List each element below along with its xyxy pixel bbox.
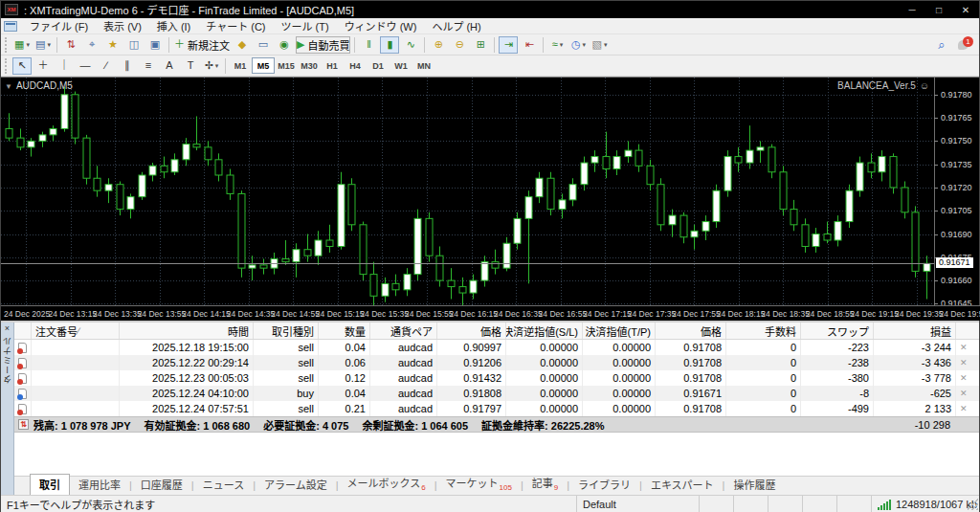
timeframe-w1-button[interactable]: W1 xyxy=(390,57,412,74)
toolbar-grip[interactable] xyxy=(5,58,10,74)
chart-area[interactable]: ▼AUDCAD,M5 BALANCEA_Ver.5☺ 0.917800.9176… xyxy=(1,77,979,321)
column-header-5[interactable]: 通貨ペア xyxy=(370,323,437,339)
trendline-tool-button[interactable]: ∕ xyxy=(97,57,116,75)
cell-close[interactable]: ✕ xyxy=(956,386,979,401)
shapes-tool-button[interactable]: ✢▾ xyxy=(202,57,221,75)
column-header-2[interactable]: 時間 xyxy=(120,323,254,339)
text-label-tool-button[interactable]: T xyxy=(181,57,200,75)
timeframe-m1-button[interactable]: M1 xyxy=(229,57,252,74)
timeframe-m5-button[interactable]: M5 xyxy=(252,57,275,74)
terminal-close-icon[interactable]: × xyxy=(5,323,10,336)
table-row[interactable]: 2025.12.22 00:29:14sell0.06audcad0.91206… xyxy=(14,355,979,370)
crosshair-tool-button[interactable]: ＋ xyxy=(33,57,53,75)
column-header-12[interactable]: 損益 xyxy=(874,323,956,339)
column-header-11[interactable]: スワップ xyxy=(801,323,874,339)
vertical-line-tool-button[interactable]: ｜ xyxy=(55,57,74,75)
text-tool-button[interactable]: A xyxy=(160,57,179,75)
column-header-0[interactable] xyxy=(14,323,32,339)
tab-マーケット[interactable]: マーケット105 xyxy=(437,473,521,495)
menu-item-0[interactable]: ファイル (F) xyxy=(22,17,96,34)
close-position-icon[interactable]: ✕ xyxy=(960,389,968,398)
candlestick-mode-button[interactable]: ▮ xyxy=(380,36,399,54)
column-header-1[interactable]: 注文番号 ∕ xyxy=(32,323,120,339)
table-row[interactable]: 2025.12.18 19:15:00sell0.04audcad0.90997… xyxy=(14,340,979,355)
equidistant-channel-tool-button[interactable]: ∥ xyxy=(118,57,137,75)
column-header-7[interactable]: 決済逆指値(S/L) xyxy=(506,323,583,339)
menu-item-2[interactable]: 挿入 (I) xyxy=(149,17,198,34)
collapse-icon[interactable]: ▼ xyxy=(5,82,12,91)
mql5-community-button[interactable]: ◆ xyxy=(233,36,252,54)
timeframe-mn-button[interactable]: MN xyxy=(412,57,435,74)
cell-close[interactable]: ✕ xyxy=(956,340,979,355)
column-header-6[interactable]: 価格 xyxy=(437,323,506,339)
data-window-button[interactable]: ⌖ xyxy=(82,36,101,54)
close-position-icon[interactable]: ✕ xyxy=(960,404,968,413)
column-header-3[interactable]: 取引種別 xyxy=(254,323,319,339)
resize-grip[interactable] xyxy=(967,499,978,510)
zoom-out-button[interactable]: ⊖ xyxy=(450,36,469,54)
menu-item-4[interactable]: ツール (T) xyxy=(274,17,337,34)
menu-item-1[interactable]: 表示 (V) xyxy=(96,17,149,34)
new-order-button[interactable]: ＋新規注文 xyxy=(173,36,231,54)
maximize-button[interactable]: □ xyxy=(925,1,952,18)
new-chart-button[interactable]: ▦▾ xyxy=(12,36,32,54)
strategy-tester-button[interactable]: ▣ xyxy=(145,36,165,54)
line-chart-mode-button[interactable]: ∿ xyxy=(401,36,420,54)
menu-item-6[interactable]: ヘルプ (H) xyxy=(424,17,488,34)
menu-item-5[interactable]: ウィンドウ (W) xyxy=(337,17,425,34)
balance-icon[interactable]: ⇅ xyxy=(18,419,29,430)
status-profile[interactable]: Default xyxy=(577,496,700,512)
tab-取引[interactable]: 取引 xyxy=(30,474,70,495)
indicators-button[interactable]: ≈▾ xyxy=(547,36,567,54)
time-axis[interactable]: 24 Dec 202524 Dec 13:1524 Dec 13:3524 De… xyxy=(1,305,980,321)
chart-window-icon[interactable] xyxy=(4,21,17,32)
horizontal-line-tool-button[interactable]: — xyxy=(76,57,95,75)
column-header-13[interactable] xyxy=(956,323,979,339)
column-header-10[interactable]: 手数料 xyxy=(726,323,801,339)
tab-記事[interactable]: 記事9 xyxy=(523,473,567,495)
metaeditor-button[interactable]: ▭ xyxy=(254,36,273,54)
navigator-button[interactable]: ★ xyxy=(103,36,122,54)
templates-button[interactable]: ▧▾ xyxy=(590,36,609,54)
cell-close[interactable]: ✕ xyxy=(956,370,979,386)
autotrading-button[interactable]: ▶自動売買 xyxy=(296,36,350,54)
fibonacci-retracement-tool-button[interactable]: ≡ xyxy=(139,57,158,75)
tab-操作履歴[interactable]: 操作履歴 xyxy=(724,475,784,495)
tab-運用比率[interactable]: 運用比率 xyxy=(70,475,129,495)
minimize-button[interactable]: ─ xyxy=(899,1,925,18)
close-position-icon[interactable]: ✕ xyxy=(960,373,968,383)
periods-button[interactable]: ◷▾ xyxy=(568,36,588,54)
tab-メールボックス[interactable]: メールボックス6 xyxy=(339,473,434,495)
menu-item-3[interactable]: チャート (C) xyxy=(198,17,273,34)
tab-ニュース[interactable]: ニュース xyxy=(194,475,253,495)
terminal-window-button[interactable]: ◫ xyxy=(124,36,144,54)
close-position-icon[interactable]: ✕ xyxy=(960,358,968,367)
profiles-button[interactable]: ▤▾ xyxy=(33,36,53,54)
tab-口座履歴[interactable]: 口座履歴 xyxy=(132,475,191,495)
table-row[interactable]: 2025.12.24 04:10:00buy0.04audcad0.918080… xyxy=(14,386,979,401)
chart-shift-button[interactable]: ⇤ xyxy=(520,36,539,54)
notifications-icon[interactable]: 1 xyxy=(952,36,973,54)
auto-scroll-button[interactable]: ⇥ xyxy=(499,36,518,54)
candlestick-chart[interactable] xyxy=(1,78,936,306)
tab-エキスパート[interactable]: エキスパート xyxy=(642,475,723,495)
cell-close[interactable]: ✕ xyxy=(956,401,979,416)
column-header-4[interactable]: 数量 xyxy=(319,323,370,339)
bar-chart-mode-button[interactable]: ‖ xyxy=(359,36,378,54)
tab-ライブラリ[interactable]: ライブラリ xyxy=(569,475,639,495)
timeframe-h4-button[interactable]: H4 xyxy=(344,57,367,74)
timeframe-d1-button[interactable]: D1 xyxy=(367,57,390,74)
search-icon[interactable]: ⌕ xyxy=(932,36,951,54)
web-terminal-button[interactable]: ◉ xyxy=(275,36,294,54)
column-header-8[interactable]: 決済指値(T/P) xyxy=(583,323,656,339)
market-watch-button[interactable]: ⇅ xyxy=(61,36,80,54)
close-button[interactable]: ✕ xyxy=(952,1,979,18)
column-header-9[interactable]: 価格 xyxy=(656,323,726,339)
timeframe-m15-button[interactable]: M15 xyxy=(275,57,298,74)
cell-close[interactable]: ✕ xyxy=(956,355,979,370)
table-row[interactable]: 2025.12.24 07:57:51sell0.21audcad0.91797… xyxy=(14,401,979,416)
price-axis[interactable]: 0.917800.917650.917500.917350.917200.917… xyxy=(934,78,979,306)
toolbar-grip[interactable] xyxy=(5,37,10,53)
zoom-in-button[interactable]: ⊕ xyxy=(429,36,448,54)
tile-windows-button[interactable]: ⊞ xyxy=(471,36,490,54)
